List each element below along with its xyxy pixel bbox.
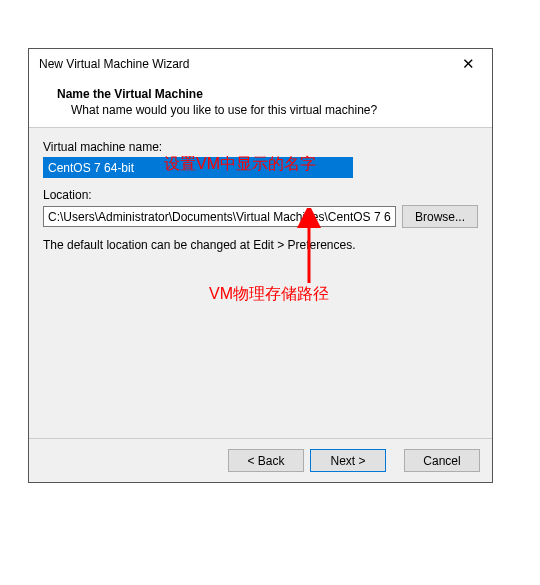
location-input[interactable]: [43, 206, 396, 227]
page-subtitle: What name would you like to use for this…: [57, 103, 476, 117]
wizard-content: Virtual machine name: Location: Browse..…: [29, 128, 492, 438]
next-button[interactable]: Next >: [310, 449, 386, 472]
new-vm-wizard-dialog: New Virtual Machine Wizard ✕ Name the Vi…: [28, 48, 493, 483]
vm-name-label: Virtual machine name:: [43, 140, 478, 154]
wizard-footer: < Back Next > Cancel: [29, 438, 492, 482]
close-icon: ✕: [462, 55, 475, 73]
annotation-location-note: VM物理存储路径: [209, 284, 329, 305]
location-hint: The default location can be changed at E…: [43, 238, 478, 252]
close-button[interactable]: ✕: [450, 52, 486, 76]
back-button[interactable]: < Back: [228, 449, 304, 472]
window-title: New Virtual Machine Wizard: [39, 57, 450, 71]
cancel-button[interactable]: Cancel: [404, 449, 480, 472]
page-title: Name the Virtual Machine: [57, 87, 476, 101]
wizard-header: Name the Virtual Machine What name would…: [29, 79, 492, 128]
vm-name-input[interactable]: [43, 157, 353, 178]
titlebar: New Virtual Machine Wizard ✕: [29, 49, 492, 79]
browse-button[interactable]: Browse...: [402, 205, 478, 228]
location-label: Location:: [43, 188, 478, 202]
